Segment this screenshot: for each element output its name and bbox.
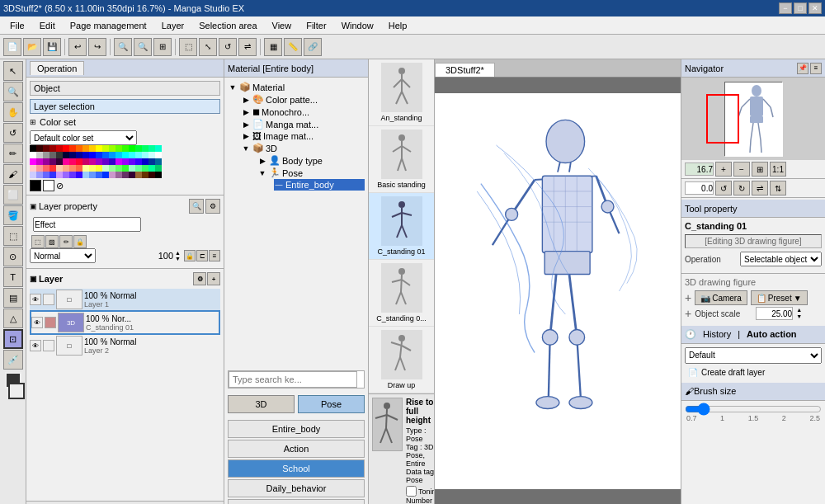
color-cell[interactable] bbox=[43, 145, 50, 152]
color-cell[interactable] bbox=[43, 158, 50, 165]
layer-settings-btn[interactable]: ⚙ bbox=[193, 272, 206, 285]
mode-icon4[interactable]: 🔒 bbox=[73, 235, 87, 248]
color-cell[interactable] bbox=[109, 145, 116, 152]
tree-root[interactable]: ▼ 📦 Material bbox=[228, 81, 365, 93]
color-cell[interactable] bbox=[43, 165, 50, 172]
color-cell[interactable] bbox=[50, 145, 56, 152]
color-cell[interactable] bbox=[102, 152, 109, 158]
color-cell[interactable] bbox=[82, 158, 89, 165]
tree-3d[interactable]: ▼ 📦 3D bbox=[241, 142, 365, 154]
color-cell[interactable] bbox=[96, 172, 102, 178]
color-cell[interactable] bbox=[43, 152, 50, 158]
tb-save[interactable]: 💾 bbox=[43, 38, 61, 56]
scale-down[interactable]: ▼ bbox=[796, 313, 802, 320]
tree-color[interactable]: ▶ 🎨 Color patte... bbox=[241, 93, 365, 106]
brush-slider[interactable] bbox=[685, 404, 822, 414]
color-cell[interactable] bbox=[50, 158, 56, 165]
history-tab[interactable]: History bbox=[700, 329, 734, 339]
color-cell[interactable] bbox=[50, 165, 56, 172]
color-cell[interactable] bbox=[30, 172, 36, 178]
color-cell[interactable] bbox=[76, 158, 82, 165]
color-cell[interactable] bbox=[155, 172, 162, 178]
color-cell[interactable] bbox=[116, 172, 122, 178]
color-cell[interactable] bbox=[36, 165, 43, 172]
canvas-tab-main[interactable]: 3DStuff2* bbox=[435, 63, 495, 77]
camera-expand[interactable]: + bbox=[685, 291, 691, 304]
color-cell[interactable] bbox=[69, 152, 76, 158]
tree-manga[interactable]: ▶ 📄 Manga mat... bbox=[241, 118, 365, 130]
color-cell[interactable] bbox=[155, 158, 162, 165]
tree-pose[interactable]: ▼ 🏃 Pose bbox=[257, 167, 365, 179]
color-cell[interactable] bbox=[96, 152, 102, 158]
color-cell[interactable] bbox=[69, 165, 76, 172]
layer-row-1[interactable]: 👁 □ 100 % Normal Layer 1 bbox=[30, 289, 220, 310]
color-set-select[interactable]: Default color set bbox=[30, 130, 137, 145]
menu-page-management[interactable]: Page management bbox=[64, 19, 153, 32]
color-cell[interactable] bbox=[129, 152, 135, 158]
fg-swatch[interactable] bbox=[30, 180, 41, 191]
color-cell[interactable] bbox=[142, 158, 148, 165]
color-cell[interactable] bbox=[63, 172, 69, 178]
tool-shape[interactable]: △ bbox=[3, 309, 23, 328]
menu-edit[interactable]: Edit bbox=[33, 19, 62, 32]
daily-behavior-btn[interactable]: Daily_behavior bbox=[228, 479, 365, 497]
layer-1-lock[interactable] bbox=[43, 294, 54, 305]
color-cell[interactable] bbox=[30, 145, 36, 152]
color-cell[interactable] bbox=[122, 165, 129, 172]
color-cell[interactable] bbox=[76, 172, 82, 178]
color-cell[interactable] bbox=[63, 158, 69, 165]
background-color[interactable] bbox=[8, 383, 25, 399]
layer-2-eye[interactable]: 👁 bbox=[31, 317, 43, 328]
color-cell[interactable] bbox=[142, 152, 148, 158]
mode-icon1[interactable]: ⬚ bbox=[31, 235, 45, 248]
color-cell[interactable] bbox=[135, 165, 142, 172]
layer-row-3[interactable]: 👁 □ 100 % Normal Layer 2 bbox=[30, 335, 220, 356]
toning-checkbox[interactable] bbox=[406, 486, 417, 497]
scale-expand[interactable]: + bbox=[685, 307, 691, 320]
tb-transform[interactable]: ⤡ bbox=[199, 38, 217, 56]
tree-entire-body[interactable]: — Entire_body bbox=[274, 179, 365, 191]
color-cell[interactable] bbox=[82, 165, 89, 172]
color-cell[interactable] bbox=[148, 145, 155, 152]
operation-select[interactable]: Selectable object bbox=[740, 252, 822, 266]
color-cell[interactable] bbox=[69, 172, 76, 178]
subtool-tab-operation[interactable]: Operation bbox=[30, 61, 84, 75]
tool-gradient[interactable]: ▤ bbox=[3, 288, 23, 308]
tool-eraser[interactable]: ⬜ bbox=[3, 185, 23, 205]
color-cell[interactable] bbox=[36, 152, 43, 158]
bg-swatch[interactable] bbox=[43, 180, 54, 191]
nav-menu[interactable]: ≡ bbox=[810, 63, 822, 74]
menu-file[interactable]: File bbox=[3, 19, 31, 32]
action-btn[interactable]: Action bbox=[228, 440, 365, 458]
menu-filter[interactable]: Filter bbox=[299, 19, 332, 32]
minimize-button[interactable]: − bbox=[779, 2, 792, 14]
nav-flip-v[interactable]: ⇅ bbox=[770, 181, 786, 195]
layer-clip-btn[interactable]: ⊏ bbox=[196, 250, 208, 261]
scale-up[interactable]: ▲ bbox=[796, 307, 802, 313]
color-cell[interactable] bbox=[135, 158, 142, 165]
tool-text[interactable]: T bbox=[3, 267, 23, 287]
tool-3d[interactable]: ⊡ bbox=[3, 329, 23, 349]
color-cell[interactable] bbox=[82, 172, 89, 178]
pose-item-basic[interactable]: Basic standing bbox=[369, 126, 434, 193]
canvas-viewport[interactable] bbox=[435, 78, 681, 504]
tb-grid[interactable]: ▦ bbox=[264, 38, 282, 56]
tool-hand[interactable]: ✋ bbox=[3, 102, 23, 122]
tb-select[interactable]: ⬚ bbox=[179, 38, 197, 56]
color-cell[interactable] bbox=[148, 172, 155, 178]
tool-pointer[interactable]: ↖ bbox=[3, 61, 23, 81]
history-item-1[interactable]: 📄 Create draft layer bbox=[685, 367, 822, 378]
object-button[interactable]: Object bbox=[30, 81, 220, 96]
color-cell[interactable] bbox=[89, 172, 96, 178]
color-cell[interactable] bbox=[89, 145, 96, 152]
layer-prop-settings[interactable]: ⚙ bbox=[205, 199, 220, 214]
color-cell[interactable] bbox=[109, 158, 116, 165]
tb-flip[interactable]: ⇌ bbox=[238, 38, 257, 56]
nav-rotate-input[interactable] bbox=[685, 181, 714, 195]
tb-zoom-out[interactable]: 🔍 bbox=[134, 38, 152, 56]
nav-zoom-out[interactable]: − bbox=[733, 162, 750, 177]
color-cell[interactable] bbox=[56, 165, 63, 172]
color-cell[interactable] bbox=[30, 152, 36, 158]
tb-undo[interactable]: ↩ bbox=[68, 38, 87, 56]
color-cell[interactable] bbox=[96, 165, 102, 172]
